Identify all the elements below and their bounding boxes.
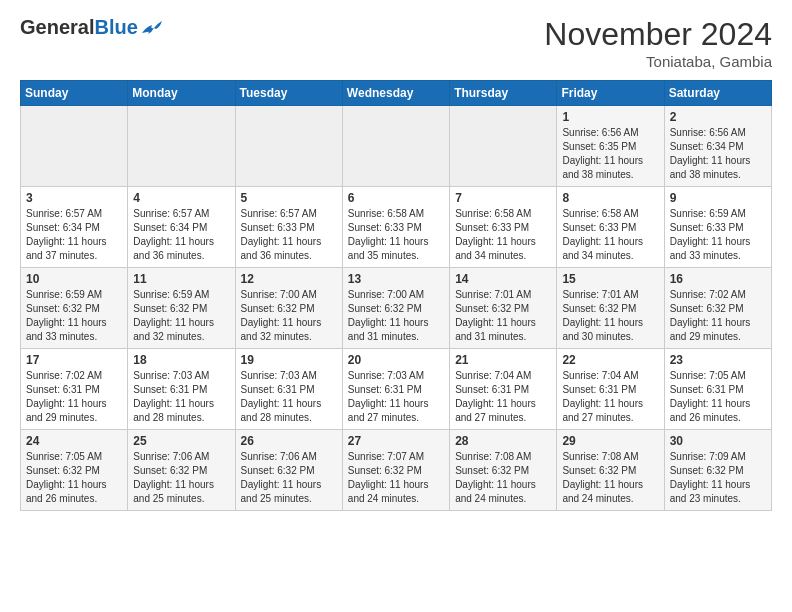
day-number: 17	[26, 353, 122, 367]
day-info: Sunrise: 6:58 AMSunset: 6:33 PMDaylight:…	[562, 207, 658, 263]
day-info: Sunrise: 7:05 AMSunset: 6:32 PMDaylight:…	[26, 450, 122, 506]
calendar-week-3: 10Sunrise: 6:59 AMSunset: 6:32 PMDayligh…	[21, 268, 772, 349]
calendar-week-4: 17Sunrise: 7:02 AMSunset: 6:31 PMDayligh…	[21, 349, 772, 430]
day-number: 24	[26, 434, 122, 448]
calendar-week-5: 24Sunrise: 7:05 AMSunset: 6:32 PMDayligh…	[21, 430, 772, 511]
calendar-cell: 17Sunrise: 7:02 AMSunset: 6:31 PMDayligh…	[21, 349, 128, 430]
day-number: 30	[670, 434, 766, 448]
calendar-cell: 30Sunrise: 7:09 AMSunset: 6:32 PMDayligh…	[664, 430, 771, 511]
calendar-cell: 25Sunrise: 7:06 AMSunset: 6:32 PMDayligh…	[128, 430, 235, 511]
day-number: 13	[348, 272, 444, 286]
weekday-header-tuesday: Tuesday	[235, 81, 342, 106]
calendar-cell: 2Sunrise: 6:56 AMSunset: 6:34 PMDaylight…	[664, 106, 771, 187]
day-number: 16	[670, 272, 766, 286]
day-info: Sunrise: 6:58 AMSunset: 6:33 PMDaylight:…	[455, 207, 551, 263]
calendar: SundayMondayTuesdayWednesdayThursdayFrid…	[20, 80, 772, 511]
day-number: 3	[26, 191, 122, 205]
day-info: Sunrise: 7:04 AMSunset: 6:31 PMDaylight:…	[455, 369, 551, 425]
weekday-header-saturday: Saturday	[664, 81, 771, 106]
day-info: Sunrise: 6:59 AMSunset: 6:33 PMDaylight:…	[670, 207, 766, 263]
calendar-cell: 29Sunrise: 7:08 AMSunset: 6:32 PMDayligh…	[557, 430, 664, 511]
calendar-cell: 4Sunrise: 6:57 AMSunset: 6:34 PMDaylight…	[128, 187, 235, 268]
calendar-cell: 19Sunrise: 7:03 AMSunset: 6:31 PMDayligh…	[235, 349, 342, 430]
day-number: 26	[241, 434, 337, 448]
calendar-cell: 23Sunrise: 7:05 AMSunset: 6:31 PMDayligh…	[664, 349, 771, 430]
calendar-cell: 6Sunrise: 6:58 AMSunset: 6:33 PMDaylight…	[342, 187, 449, 268]
calendar-cell: 16Sunrise: 7:02 AMSunset: 6:32 PMDayligh…	[664, 268, 771, 349]
day-info: Sunrise: 6:58 AMSunset: 6:33 PMDaylight:…	[348, 207, 444, 263]
day-info: Sunrise: 7:09 AMSunset: 6:32 PMDaylight:…	[670, 450, 766, 506]
logo-blue: Blue	[94, 16, 137, 39]
day-info: Sunrise: 7:08 AMSunset: 6:32 PMDaylight:…	[562, 450, 658, 506]
calendar-week-1: 1Sunrise: 6:56 AMSunset: 6:35 PMDaylight…	[21, 106, 772, 187]
calendar-cell: 7Sunrise: 6:58 AMSunset: 6:33 PMDaylight…	[450, 187, 557, 268]
day-info: Sunrise: 6:59 AMSunset: 6:32 PMDaylight:…	[26, 288, 122, 344]
day-number: 6	[348, 191, 444, 205]
day-info: Sunrise: 6:59 AMSunset: 6:32 PMDaylight:…	[133, 288, 229, 344]
calendar-cell: 18Sunrise: 7:03 AMSunset: 6:31 PMDayligh…	[128, 349, 235, 430]
day-info: Sunrise: 7:03 AMSunset: 6:31 PMDaylight:…	[348, 369, 444, 425]
day-number: 29	[562, 434, 658, 448]
day-number: 10	[26, 272, 122, 286]
day-info: Sunrise: 7:08 AMSunset: 6:32 PMDaylight:…	[455, 450, 551, 506]
day-info: Sunrise: 7:06 AMSunset: 6:32 PMDaylight:…	[133, 450, 229, 506]
weekday-header-sunday: Sunday	[21, 81, 128, 106]
calendar-cell: 12Sunrise: 7:00 AMSunset: 6:32 PMDayligh…	[235, 268, 342, 349]
logo-text: GeneralBlue	[20, 16, 162, 39]
day-number: 27	[348, 434, 444, 448]
calendar-cell: 8Sunrise: 6:58 AMSunset: 6:33 PMDaylight…	[557, 187, 664, 268]
day-number: 14	[455, 272, 551, 286]
day-number: 21	[455, 353, 551, 367]
day-number: 23	[670, 353, 766, 367]
calendar-cell	[128, 106, 235, 187]
day-info: Sunrise: 6:57 AMSunset: 6:34 PMDaylight:…	[26, 207, 122, 263]
day-number: 7	[455, 191, 551, 205]
calendar-cell: 28Sunrise: 7:08 AMSunset: 6:32 PMDayligh…	[450, 430, 557, 511]
calendar-cell: 14Sunrise: 7:01 AMSunset: 6:32 PMDayligh…	[450, 268, 557, 349]
day-info: Sunrise: 7:07 AMSunset: 6:32 PMDaylight:…	[348, 450, 444, 506]
day-number: 22	[562, 353, 658, 367]
day-number: 5	[241, 191, 337, 205]
calendar-cell	[21, 106, 128, 187]
calendar-cell: 22Sunrise: 7:04 AMSunset: 6:31 PMDayligh…	[557, 349, 664, 430]
weekday-header-row: SundayMondayTuesdayWednesdayThursdayFrid…	[21, 81, 772, 106]
weekday-header-thursday: Thursday	[450, 81, 557, 106]
day-number: 8	[562, 191, 658, 205]
day-info: Sunrise: 7:03 AMSunset: 6:31 PMDaylight:…	[133, 369, 229, 425]
day-number: 2	[670, 110, 766, 124]
calendar-cell: 24Sunrise: 7:05 AMSunset: 6:32 PMDayligh…	[21, 430, 128, 511]
calendar-cell: 27Sunrise: 7:07 AMSunset: 6:32 PMDayligh…	[342, 430, 449, 511]
location-title: Toniataba, Gambia	[544, 53, 772, 70]
calendar-cell	[342, 106, 449, 187]
weekday-header-wednesday: Wednesday	[342, 81, 449, 106]
day-info: Sunrise: 7:01 AMSunset: 6:32 PMDaylight:…	[562, 288, 658, 344]
calendar-cell: 3Sunrise: 6:57 AMSunset: 6:34 PMDaylight…	[21, 187, 128, 268]
day-number: 18	[133, 353, 229, 367]
day-info: Sunrise: 7:00 AMSunset: 6:32 PMDaylight:…	[348, 288, 444, 344]
weekday-header-monday: Monday	[128, 81, 235, 106]
calendar-cell: 13Sunrise: 7:00 AMSunset: 6:32 PMDayligh…	[342, 268, 449, 349]
day-info: Sunrise: 7:06 AMSunset: 6:32 PMDaylight:…	[241, 450, 337, 506]
day-info: Sunrise: 6:56 AMSunset: 6:35 PMDaylight:…	[562, 126, 658, 182]
weekday-header-friday: Friday	[557, 81, 664, 106]
day-info: Sunrise: 7:00 AMSunset: 6:32 PMDaylight:…	[241, 288, 337, 344]
calendar-cell: 1Sunrise: 6:56 AMSunset: 6:35 PMDaylight…	[557, 106, 664, 187]
day-number: 15	[562, 272, 658, 286]
day-info: Sunrise: 7:04 AMSunset: 6:31 PMDaylight:…	[562, 369, 658, 425]
day-number: 28	[455, 434, 551, 448]
day-number: 12	[241, 272, 337, 286]
day-number: 20	[348, 353, 444, 367]
day-info: Sunrise: 6:56 AMSunset: 6:34 PMDaylight:…	[670, 126, 766, 182]
calendar-cell: 20Sunrise: 7:03 AMSunset: 6:31 PMDayligh…	[342, 349, 449, 430]
calendar-cell	[450, 106, 557, 187]
calendar-week-2: 3Sunrise: 6:57 AMSunset: 6:34 PMDaylight…	[21, 187, 772, 268]
day-info: Sunrise: 7:01 AMSunset: 6:32 PMDaylight:…	[455, 288, 551, 344]
day-number: 19	[241, 353, 337, 367]
calendar-cell	[235, 106, 342, 187]
day-number: 9	[670, 191, 766, 205]
page: GeneralBlue November 2024 Toniataba, Gam…	[0, 0, 792, 612]
header: GeneralBlue November 2024 Toniataba, Gam…	[20, 16, 772, 70]
logo-bird-icon	[140, 19, 162, 37]
calendar-cell: 15Sunrise: 7:01 AMSunset: 6:32 PMDayligh…	[557, 268, 664, 349]
logo: GeneralBlue	[20, 16, 162, 39]
